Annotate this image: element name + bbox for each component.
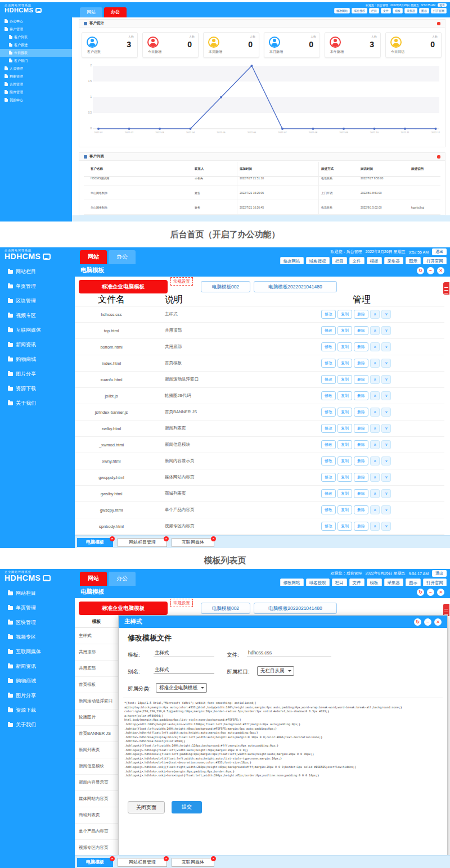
- move-down-button[interactable]: ∨: [381, 489, 391, 498]
- delete-button[interactable]: 删除: [354, 456, 368, 465]
- delete-button[interactable]: 删除: [354, 326, 368, 335]
- module-tab-office[interactable]: 办公: [109, 572, 136, 586]
- copy-button[interactable]: 复制: [338, 473, 352, 482]
- copy-button[interactable]: 复制: [338, 391, 352, 400]
- module-tab-website[interactable]: 网站: [80, 7, 102, 17]
- sidebar-item[interactable]: 购物商城: [0, 673, 75, 688]
- edit-button[interactable]: 修改: [321, 408, 336, 417]
- move-up-button[interactable]: ∧: [370, 326, 380, 335]
- copy-button[interactable]: 复制: [338, 310, 352, 319]
- copy-button[interactable]: 复制: [338, 342, 352, 351]
- sidebar-item[interactable]: 互联网媒体: [0, 644, 75, 659]
- sidebar-item[interactable]: 视频专区: [0, 308, 75, 323]
- edit-button[interactable]: 修改: [321, 473, 336, 482]
- copy-button[interactable]: 复制: [338, 505, 352, 514]
- refresh-icon[interactable]: ↻: [417, 589, 424, 596]
- close-tab-icon[interactable]: ×: [211, 536, 216, 541]
- close-icon[interactable]: ✕: [434, 618, 442, 626]
- delete-button[interactable]: 删除: [354, 408, 368, 417]
- sidebar-item[interactable]: 客户跟进: [0, 41, 72, 49]
- side-panel-handle-icon[interactable]: [443, 282, 449, 295]
- file-name-input[interactable]: hdhcss.css: [247, 649, 331, 657]
- primary-template-button[interactable]: 标准企业电脑模板: [79, 602, 168, 615]
- close-tab-icon[interactable]: ×: [164, 536, 169, 541]
- edit-button[interactable]: 修改: [321, 489, 336, 498]
- open-page-tab[interactable]: 网站栏目管理×: [118, 538, 167, 547]
- move-up-button[interactable]: ∧: [370, 473, 380, 482]
- move-down-button[interactable]: ∨: [381, 391, 391, 400]
- close-icon[interactable]: ✕: [437, 267, 444, 274]
- move-down-button[interactable]: ∨: [381, 375, 391, 384]
- sidebar-item[interactable]: 资源下载: [0, 381, 75, 396]
- column-select[interactable]: 无栏目从属: [257, 666, 294, 676]
- delete-button[interactable]: 删除: [354, 391, 368, 400]
- toolbar-button[interactable]: 栏目: [369, 8, 379, 13]
- copy-button[interactable]: 复制: [338, 359, 352, 368]
- edit-button[interactable]: 修改: [321, 375, 336, 384]
- sidebar-item[interactable]: 办公中心: [0, 17, 72, 25]
- minimize-icon[interactable]: −: [424, 618, 431, 626]
- sidebar-item[interactable]: 网站栏目: [0, 264, 75, 279]
- open-page-tab[interactable]: 互联网媒体×: [172, 538, 214, 547]
- edit-button[interactable]: 修改: [321, 391, 336, 400]
- open-page-tab[interactable]: 网站栏目管理×: [118, 858, 167, 867]
- close-icon[interactable]: ✕: [437, 589, 444, 596]
- close-tab-icon[interactable]: ×: [110, 536, 115, 541]
- sidebar-item[interactable]: 购物商城: [0, 352, 75, 367]
- delete-button[interactable]: 删除: [354, 473, 368, 482]
- template-tab[interactable]: 电脑模板2022021041480: [254, 281, 337, 292]
- move-up-button[interactable]: ∧: [370, 440, 380, 449]
- sidebar-item[interactable]: 客户列表: [0, 33, 72, 41]
- delete-button[interactable]: 删除: [354, 342, 368, 351]
- move-up-button[interactable]: ∧: [370, 391, 380, 400]
- move-up-button[interactable]: ∧: [370, 505, 380, 514]
- refresh-icon[interactable]: ↻: [417, 267, 424, 274]
- toolbar-button[interactable]: 域名授权: [352, 8, 367, 13]
- side-panel-handle-icon[interactable]: [443, 604, 449, 616]
- logout-button[interactable]: 退出: [438, 3, 447, 7]
- sidebar-item[interactable]: 视频专区: [0, 630, 75, 644]
- move-down-button[interactable]: ∨: [381, 408, 391, 417]
- delete-button[interactable]: 删除: [354, 440, 368, 449]
- edit-button[interactable]: 修改: [321, 440, 336, 449]
- move-down-button[interactable]: ∨: [381, 522, 391, 531]
- move-up-button[interactable]: ∧: [370, 310, 380, 319]
- move-up-button[interactable]: ∧: [370, 359, 380, 368]
- toolbar-button[interactable]: 模板: [393, 8, 403, 13]
- customer-row[interactable]: 华山网络制作财务2022/7/21 16:26:45电话联系2022/9/1 5…: [84, 200, 440, 215]
- settings-chip[interactable]: 常规设置: [170, 599, 193, 607]
- delete-button[interactable]: 删除: [354, 310, 368, 319]
- move-up-button[interactable]: ∧: [370, 375, 380, 384]
- settings-chip[interactable]: 常规设置: [170, 277, 193, 286]
- close-tab-icon[interactable]: ×: [211, 856, 216, 861]
- move-down-button[interactable]: ∨: [381, 326, 391, 335]
- edit-button[interactable]: 修改: [321, 505, 336, 514]
- sidebar-item[interactable]: 区块管理: [0, 293, 75, 308]
- toolbar-button[interactable]: 采集器: [404, 8, 417, 13]
- edit-button[interactable]: 修改: [321, 424, 336, 433]
- primary-template-button[interactable]: 标准企业电脑模板: [79, 280, 168, 293]
- refresh-icon[interactable]: ↻: [414, 618, 421, 626]
- template-name-input[interactable]: 主样式: [154, 649, 214, 657]
- submit-button[interactable]: 提交: [172, 801, 202, 813]
- sidebar-item[interactable]: 网站栏目: [0, 586, 75, 600]
- sidebar-item[interactable]: 今日报表: [0, 49, 72, 57]
- move-up-button[interactable]: ∧: [370, 456, 380, 465]
- alias-input[interactable]: 主样式: [154, 666, 214, 674]
- move-down-button[interactable]: ∨: [381, 310, 391, 319]
- copy-button[interactable]: 复制: [338, 408, 352, 417]
- minimize-icon[interactable]: −: [427, 589, 434, 596]
- edit-button[interactable]: 修改: [321, 342, 336, 351]
- sidebar-item[interactable]: 档案管理: [0, 73, 72, 80]
- edit-button[interactable]: 修改: [321, 359, 336, 368]
- close-tab-icon[interactable]: ×: [110, 856, 115, 861]
- sidebar-item[interactable]: 客户管理: [0, 25, 72, 33]
- template-code-editor[interactable]: *{font: 14px/1.5 Arial,"Microsoft YaHei"…: [124, 701, 443, 797]
- edit-button[interactable]: 修改: [321, 310, 336, 319]
- sidebar-item[interactable]: 资源下载: [0, 703, 75, 717]
- template-tab[interactable]: 电脑模板002: [201, 281, 250, 292]
- sidebar-item[interactable]: 图片分享: [0, 688, 75, 703]
- copy-button[interactable]: 复制: [338, 326, 352, 335]
- open-page-tab[interactable]: 互联网媒体×: [172, 858, 214, 867]
- edit-button[interactable]: 修改: [321, 326, 336, 335]
